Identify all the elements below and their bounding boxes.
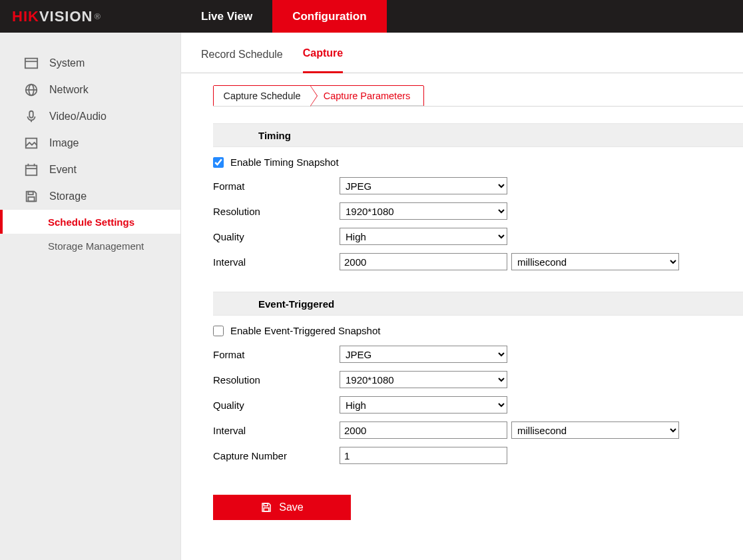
label-event-resolution: Resolution	[213, 374, 340, 386]
label-timing-interval: Interval	[213, 256, 340, 268]
label-enable-event-triggered-snapshot: Enable Event-Triggered Snapshot	[230, 325, 380, 336]
label-timing-quality: Quality	[213, 231, 340, 242]
select-event-format[interactable]: JPEG	[340, 346, 507, 363]
sidebar: System Network Video/Audio Image Event S…	[0, 33, 181, 560]
select-timing-resolution[interactable]: 1920*1080	[340, 202, 507, 220]
brand-part1: HIK	[12, 8, 39, 25]
svg-rect-14	[264, 503, 268, 506]
select-timing-interval-unit[interactable]: millisecond	[511, 253, 679, 270]
tab-capture[interactable]: Capture	[303, 47, 343, 73]
svg-rect-13	[28, 197, 34, 201]
sidebar-item-image[interactable]: Image	[0, 130, 180, 156]
save-icon	[24, 189, 39, 204]
sidebar-label: Event	[49, 164, 77, 176]
top-tab-configuration[interactable]: Configuration	[272, 0, 386, 33]
save-button-label: Save	[279, 501, 303, 513]
sidebar-label: Image	[49, 137, 79, 149]
label-timing-format: Format	[213, 180, 340, 192]
top-tab-live-view[interactable]: Live View	[181, 0, 272, 33]
sidebar-item-video[interactable]: Video/Audio	[0, 103, 180, 130]
select-timing-quality[interactable]: High	[340, 228, 507, 245]
top-header: HIKVISION® Live View Configuration	[0, 0, 743, 33]
label-event-quality: Quality	[213, 400, 340, 411]
section-header-timing: Timing	[213, 123, 743, 147]
svg-rect-15	[264, 508, 270, 511]
checkbox-enable-timing-snapshot[interactable]	[213, 157, 224, 168]
svg-rect-0	[25, 59, 37, 69]
save-button[interactable]: Save	[213, 495, 351, 520]
select-event-interval-unit[interactable]: millisecond	[511, 421, 679, 439]
content-area: Record Schedule Capture Capture Schedule…	[181, 33, 743, 560]
capture-subtabs: Capture Schedule Capture Parameters	[213, 85, 424, 107]
calendar-icon	[24, 162, 39, 177]
select-event-quality[interactable]: High	[340, 396, 507, 414]
image-icon	[24, 136, 39, 150]
label-timing-resolution: Resolution	[213, 206, 340, 217]
input-event-capture-number[interactable]	[340, 447, 507, 464]
subtab-capture-schedule[interactable]: Capture Schedule	[214, 86, 310, 106]
input-timing-interval[interactable]	[340, 253, 507, 270]
label-event-capture-number: Capture Number	[213, 450, 340, 461]
svg-rect-12	[28, 192, 33, 195]
sidebar-label: Video/Audio	[49, 111, 107, 123]
brand-logo: HIKVISION®	[0, 0, 181, 33]
label-event-interval: Interval	[213, 425, 340, 436]
section-header-event-triggered: Event-Triggered	[213, 292, 743, 316]
brand-part2: VISION	[39, 8, 93, 25]
svg-rect-8	[26, 166, 37, 176]
save-icon	[260, 501, 272, 513]
tab-record-schedule[interactable]: Record Schedule	[201, 49, 283, 73]
label-event-format: Format	[213, 349, 340, 360]
sidebar-sub-storage-management[interactable]: Storage Management	[0, 234, 180, 258]
inner-tab-row: Record Schedule Capture	[181, 47, 743, 73]
label-enable-timing-snapshot: Enable Timing Snapshot	[230, 156, 339, 168]
sidebar-sub-schedule-settings[interactable]: Schedule Settings	[0, 210, 180, 234]
subtab-capture-parameters[interactable]: Capture Parameters	[310, 86, 423, 106]
input-event-interval[interactable]	[340, 421, 507, 439]
select-event-resolution[interactable]: 1920*1080	[340, 371, 507, 388]
sidebar-item-system[interactable]: System	[0, 50, 180, 77]
checkbox-enable-event-triggered-snapshot[interactable]	[213, 326, 224, 336]
sidebar-label: Network	[49, 84, 89, 96]
brand-reg: ®	[94, 11, 101, 21]
mic-icon	[24, 109, 39, 124]
globe-icon	[24, 83, 39, 97]
sidebar-label: Storage	[49, 190, 87, 202]
sidebar-label: System	[49, 57, 85, 69]
sidebar-item-network[interactable]: Network	[0, 77, 180, 103]
sidebar-item-event[interactable]: Event	[0, 156, 180, 183]
window-icon	[24, 56, 39, 71]
select-timing-format[interactable]: JPEG	[340, 177, 507, 194]
sidebar-item-storage[interactable]: Storage	[0, 183, 180, 210]
svg-rect-5	[29, 111, 33, 118]
